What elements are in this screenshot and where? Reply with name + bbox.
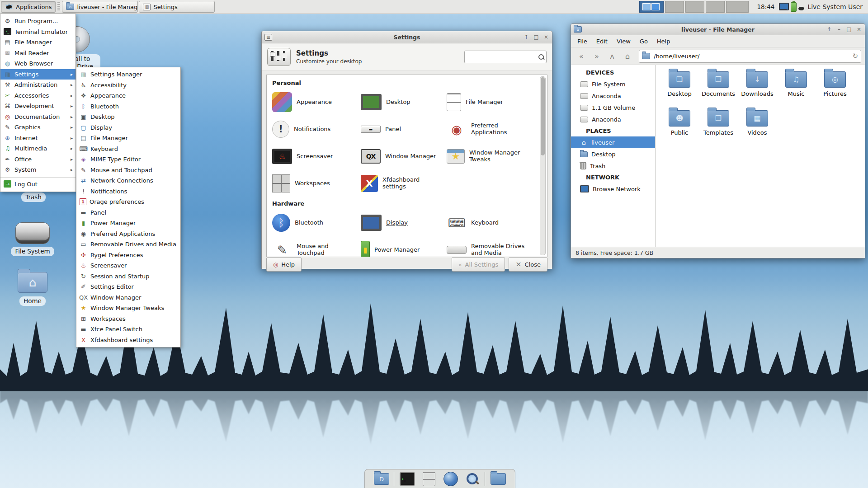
submenu-item[interactable]: ★ Window Manager Tweaks: [76, 303, 180, 314]
fm-titlebar[interactable]: ⌂ liveuser - File Manager ↑ – □ ×: [571, 24, 865, 35]
menu-item[interactable]: ♫ Multimedia ▸: [0, 143, 75, 154]
menu-item[interactable]: ▥ Settings ▸: [0, 69, 75, 80]
submenu-item[interactable]: ⇄ Network Connections: [76, 175, 180, 186]
settings-tile[interactable]: ▣ Desktop: [361, 90, 447, 114]
close-button[interactable]: ×: [543, 34, 549, 40]
submenu-item[interactable]: X Xfdashboard settings: [76, 335, 180, 346]
close-settings-button[interactable]: × Close: [509, 257, 547, 272]
file-item[interactable]: ▦ Videos: [738, 110, 777, 149]
menu-item[interactable]: ⊕ Internet ▸: [0, 133, 75, 144]
file-item[interactable]: ❐ Documents: [699, 71, 738, 110]
settings-search-input[interactable]: [468, 53, 538, 61]
submenu-item[interactable]: ❖ Appearance: [76, 90, 180, 101]
file-item[interactable]: ♫ Music: [777, 71, 816, 110]
submenu-item[interactable]: ᛒ Bluetooth: [76, 101, 180, 112]
menu-item[interactable]: ◍ Web Browser ▸: [0, 58, 75, 69]
home-button[interactable]: ⌂: [621, 50, 634, 62]
submenu-item[interactable]: ! Notifications: [76, 186, 180, 197]
clock[interactable]: 18:44: [757, 3, 774, 10]
file-item[interactable]: ◎ Pictures: [816, 71, 854, 110]
dock-item[interactable]: [465, 472, 480, 486]
settings-scrollbar[interactable]: [540, 76, 546, 255]
settings-tile[interactable]: ◉ Preferred Applications: [447, 117, 537, 141]
menubar-item[interactable]: Go: [635, 38, 652, 45]
workspace-4[interactable]: [706, 1, 725, 13]
desktop-icon-home[interactable]: ⌂ Home: [5, 272, 60, 306]
submenu-item[interactable]: ▮ Power Manager: [76, 218, 180, 229]
file-item[interactable]: ↓ Downloads: [738, 71, 777, 110]
submenu-item[interactable]: ▭ Removable Drives and Media: [76, 239, 180, 250]
menu-item[interactable]: ›_ Terminal Emulator ▸: [0, 27, 75, 38]
sidebar-row[interactable]: Browse Network: [571, 183, 655, 195]
menu-item[interactable]: ◎ Documentation ▸: [0, 112, 75, 122]
sidebar-row[interactable]: DEVICES: [571, 67, 655, 78]
sidebar-row[interactable]: Desktop: [571, 148, 655, 160]
settings-tile[interactable]: ✎ Mouse and Touchpad: [272, 238, 361, 257]
applications-menu-button[interactable]: Applications: [1, 1, 56, 13]
settings-tile[interactable]: ▢ Display: [361, 211, 447, 235]
workspace-5[interactable]: [726, 1, 749, 13]
minimize-button[interactable]: –: [836, 27, 842, 32]
settings-tile[interactable]: ▤ File Manager: [447, 90, 537, 114]
submenu-item[interactable]: ▢ Display: [76, 122, 180, 133]
sidebar-row[interactable]: Anaconda: [571, 90, 655, 102]
up-button[interactable]: ʌ: [605, 50, 619, 62]
all-settings-button[interactable]: « All Settings: [452, 257, 505, 272]
submenu-item[interactable]: 1 Orage preferences: [76, 197, 180, 207]
sidebar-row[interactable]: NETWORK: [571, 172, 655, 183]
workspace-2[interactable]: [665, 1, 684, 13]
menu-item[interactable]: ⚙ Run Program... ▸: [0, 16, 75, 27]
taskbar-button-file-manager[interactable]: ⌂ liveuser - File Manager: [62, 1, 138, 13]
submenu-item[interactable]: ✐ Settings Editor: [76, 282, 180, 292]
help-button[interactable]: ◎ Help: [266, 257, 302, 272]
reload-icon[interactable]: ↻: [852, 52, 858, 60]
settings-tile[interactable]: ⌨ Keyboard: [447, 211, 537, 235]
menu-item[interactable]: ⌘ Development ▸: [0, 101, 75, 112]
submenu-item[interactable]: ⌨ Keyboard: [76, 144, 180, 155]
settings-tile[interactable]: QX Window Manager: [361, 144, 447, 169]
menu-item[interactable]: ⚙ System ▸: [0, 164, 75, 175]
submenu-item[interactable]: ▬ Xfce Panel Switch: [76, 324, 180, 335]
submenu-item[interactable]: ▥ Settings Manager: [76, 69, 180, 80]
submenu-item[interactable]: ♨ Screensaver: [76, 260, 180, 271]
maximize-button[interactable]: □: [533, 34, 539, 40]
submenu-item[interactable]: ◈ MIME Type Editor: [76, 154, 180, 165]
menu-item[interactable]: ✂ Accessories ▸: [0, 90, 75, 101]
settings-titlebar[interactable]: ▥ Settings ↑ □ ×: [262, 31, 552, 43]
sidebar-row[interactable]: 1.1 GB Volume: [571, 102, 655, 113]
settings-tile[interactable]: ▮ Power Manager: [361, 238, 447, 257]
sidebar-row[interactable]: PLACES: [571, 125, 655, 136]
workspace-pager[interactable]: [639, 1, 749, 13]
workspace-3[interactable]: [685, 1, 704, 13]
display-tray-icon[interactable]: [779, 3, 789, 11]
submenu-item[interactable]: ♿ Accessibility: [76, 80, 180, 91]
dock-item[interactable]: [421, 472, 437, 486]
sidebar-row[interactable]: ⌂ liveuser: [571, 136, 655, 148]
menubar-item[interactable]: View: [612, 38, 635, 45]
scrollbar-thumb[interactable]: [541, 77, 545, 155]
menu-item[interactable]: → Log Out ▸: [0, 177, 75, 190]
menubar-item[interactable]: File: [573, 38, 592, 45]
menubar-item[interactable]: Edit: [592, 38, 612, 45]
settings-tile[interactable]: ❖ Appearance: [272, 90, 361, 114]
submenu-item[interactable]: ⊞ Workspaces: [76, 314, 180, 324]
menu-item[interactable]: ⚒ Administration ▸: [0, 80, 75, 90]
settings-tile[interactable]: ★ Window Manager Tweaks: [447, 144, 537, 169]
desktop-icon-filesystem[interactable]: File System: [5, 222, 60, 256]
shade-button[interactable]: ↑: [523, 34, 529, 40]
settings-tile[interactable]: X Xfdashboard settings: [361, 171, 447, 196]
file-item[interactable]: ❒ Templates: [699, 110, 738, 149]
settings-tile[interactable]: ⊞ Workspaces: [272, 171, 361, 196]
file-item[interactable]: ☻ Public: [660, 110, 699, 149]
maximize-button[interactable]: □: [846, 27, 852, 32]
back-button[interactable]: «: [575, 50, 588, 62]
close-button[interactable]: ×: [856, 27, 862, 32]
sidebar-row[interactable]: Anaconda: [571, 113, 655, 125]
search-icon[interactable]: [538, 54, 544, 60]
submenu-item[interactable]: ▬ Panel: [76, 207, 180, 218]
submenu-item[interactable]: QX Window Manager: [76, 292, 180, 303]
settings-tile[interactable]: ▭ Removable Drives and Media: [447, 238, 537, 257]
settings-tile[interactable]: ! Notifications: [272, 117, 361, 141]
settings-tile[interactable]: ▬ Panel: [361, 117, 447, 141]
dock-item[interactable]: D: [374, 472, 389, 486]
